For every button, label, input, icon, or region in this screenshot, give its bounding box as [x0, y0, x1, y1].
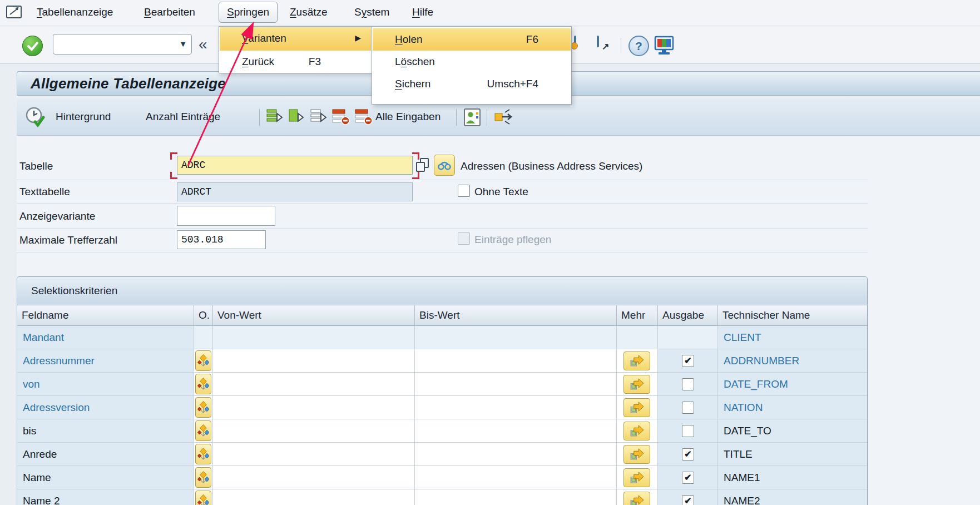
toolbar-separator	[456, 109, 457, 126]
form-separator	[17, 180, 868, 180]
ohne-texte-checkbox[interactable]	[458, 185, 470, 197]
von-wert-input[interactable]	[213, 349, 415, 373]
dropdown-arrow-icon[interactable]: ▼	[179, 39, 187, 48]
output-checkbox[interactable]	[682, 425, 694, 437]
von-wert-cell	[213, 326, 415, 349]
multiple-selection-button[interactable]	[623, 445, 650, 464]
feldname-cell[interactable]: Anrede	[17, 443, 194, 466]
select-all-icon	[266, 108, 284, 126]
output-checkbox[interactable]: ✔	[682, 355, 694, 367]
anzeigevariante-input[interactable]	[177, 206, 275, 226]
bis-wert-input[interactable]	[415, 373, 617, 396]
feldname-cell[interactable]: Adressnummer	[17, 349, 194, 373]
feldname-cell[interactable]: von	[17, 373, 194, 396]
multiple-selection-button[interactable]	[623, 375, 650, 394]
table-row: Name 2 ✔ NAME2	[17, 489, 868, 505]
multiple-selection-button[interactable]	[623, 398, 650, 417]
von-wert-input[interactable]	[213, 373, 415, 396]
binoculars-icon	[438, 160, 451, 171]
menu-tabellenanzeige[interactable]: Tabellenanzeige	[37, 6, 113, 18]
new-session-button[interactable]	[574, 37, 576, 47]
form-separator	[17, 228, 868, 229]
bis-wert-input[interactable]	[415, 396, 617, 419]
ausgabe-cell	[658, 396, 718, 419]
feldname-cell[interactable]: Adressversion	[17, 396, 194, 419]
feldname-cell[interactable]: bis	[17, 419, 194, 443]
selection-options-button[interactable]	[195, 397, 211, 418]
technical-name-cell: CLIENT	[718, 326, 868, 349]
selection-options-button[interactable]	[195, 444, 211, 464]
exit-button[interactable]	[494, 108, 514, 128]
menu-bearbeiten[interactable]: Bearbeiten	[144, 6, 195, 18]
layout-button[interactable]	[654, 36, 675, 58]
binoculars-button[interactable]	[434, 155, 455, 176]
select-block-button[interactable]	[288, 108, 306, 128]
feldname-cell[interactable]: Name 2	[17, 489, 194, 505]
mehr-cell	[617, 419, 658, 443]
multiple-selection-button[interactable]	[623, 492, 650, 505]
create-shortcut-button[interactable]: ↗	[597, 37, 599, 47]
menu-item-varianten[interactable]: Varianten ▶	[220, 27, 371, 51]
system-menu-icon[interactable]	[6, 5, 22, 22]
menu-hilfe[interactable]: Hilfe	[412, 6, 433, 18]
technical-name-cell: DATE_FROM	[718, 373, 868, 396]
tabelle-input[interactable]: ADRC	[177, 156, 413, 175]
menu-item-loeschen[interactable]: Löschen	[373, 51, 571, 73]
deselect-all-icon	[310, 108, 328, 126]
user-settings-button[interactable]	[463, 108, 481, 129]
table-row: bis DATE_TO	[17, 419, 868, 443]
bis-wert-input[interactable]	[415, 349, 617, 373]
command-field[interactable]: ▼	[53, 34, 192, 55]
menu-item-sichern[interactable]: Sichern Umsch+F4	[373, 73, 571, 95]
selection-options-button[interactable]	[195, 350, 211, 371]
von-wert-input[interactable]	[213, 396, 415, 419]
mehr-cell	[617, 443, 658, 466]
help-button[interactable]: ?	[628, 36, 649, 56]
bis-wert-input[interactable]	[415, 489, 617, 505]
texttabelle-input[interactable]: ADRCT	[177, 182, 413, 201]
copy-icon[interactable]	[416, 158, 430, 174]
bis-wert-input[interactable]	[415, 466, 617, 489]
deselect-all-button[interactable]	[310, 108, 328, 128]
selection-options-button[interactable]	[195, 374, 211, 394]
enter-button[interactable]	[22, 36, 43, 56]
selection-options-button[interactable]	[195, 467, 211, 488]
shortcut-label: F6	[526, 33, 538, 46]
user-settings-icon	[463, 108, 481, 127]
bis-wert-input[interactable]	[415, 443, 617, 466]
hintergrund-button[interactable]: Hintergrund	[56, 111, 111, 123]
von-wert-input[interactable]	[213, 443, 415, 466]
output-checkbox[interactable]: ✔	[682, 472, 694, 484]
feldname-cell[interactable]: Name	[17, 466, 194, 489]
multiple-selection-button[interactable]	[623, 422, 650, 440]
menu-zusaetze[interactable]: Zusätze	[290, 6, 328, 18]
group-title: Selektionskriterien	[31, 285, 117, 297]
execute-button[interactable]	[24, 106, 46, 131]
tabelle-label: Tabelle	[19, 160, 53, 172]
von-wert-input[interactable]	[213, 489, 415, 505]
multiple-selection-button[interactable]	[623, 351, 650, 370]
output-checkbox[interactable]	[682, 378, 694, 390]
menu-springen[interactable]: Springen	[219, 2, 278, 23]
output-checkbox[interactable]	[682, 402, 694, 414]
von-wert-input[interactable]	[213, 419, 415, 443]
maximale-trefferzahl-input[interactable]: 503.018	[177, 230, 266, 249]
menu-system[interactable]: System	[354, 6, 389, 18]
feldname-cell[interactable]: Mandant	[17, 326, 194, 349]
alle-eingaben-button[interactable]: Alle Eingaben	[375, 111, 440, 123]
selection-options-button[interactable]	[195, 491, 211, 505]
output-checkbox[interactable]: ✔	[682, 495, 694, 505]
menu-item-zurueck[interactable]: Zurück F3	[220, 51, 371, 73]
anzahl-eintraege-button[interactable]: Anzahl Einträge	[146, 111, 220, 123]
selection-options-button[interactable]	[195, 420, 211, 441]
bis-wert-input[interactable]	[415, 419, 617, 443]
delete-selection-button[interactable]	[331, 108, 350, 128]
output-checkbox[interactable]: ✔	[682, 448, 694, 461]
menu-item-holen[interactable]: Holen F6	[373, 28, 571, 51]
toolbar-separator	[259, 109, 260, 126]
von-wert-input[interactable]	[213, 466, 415, 489]
delete-all-entries-button[interactable]	[354, 108, 373, 128]
select-all-button[interactable]	[266, 108, 284, 128]
multiple-selection-button[interactable]	[623, 468, 650, 487]
collapse-toolbar-icon[interactable]: «	[199, 36, 207, 53]
